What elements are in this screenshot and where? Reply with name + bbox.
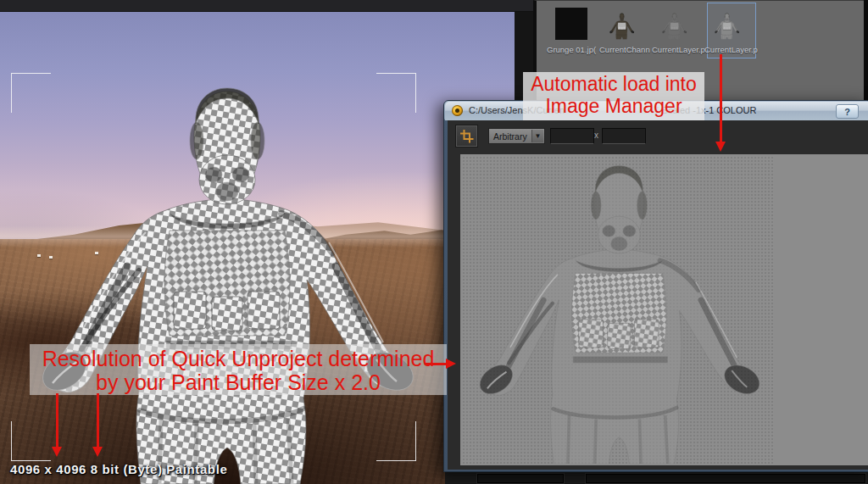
unprojected-image-canvas[interactable] <box>462 156 774 464</box>
arrow-to-image-canvas <box>720 54 722 147</box>
arrow-to-resolution-1 <box>56 393 58 453</box>
camera-frame-bracket <box>11 421 51 461</box>
help-button[interactable]: ? <box>836 104 859 119</box>
dimension-separator: x <box>594 131 598 140</box>
thumbnail-current-channel[interactable]: CurrentChann <box>598 3 651 58</box>
character-model[interactable] <box>0 12 515 484</box>
character-thumbnail-image <box>607 5 641 42</box>
annotation-line: Automatic load into <box>523 74 704 96</box>
shelf-slot <box>586 474 865 483</box>
annotation-line: by your Paint Buffer Size x 2.0 <box>30 370 447 394</box>
thumbnail-grunge[interactable]: Grunge 01.jp( <box>546 3 598 58</box>
lower-shelf <box>445 472 868 484</box>
annotation-line: Resolution of Quick Unproject determined <box>30 347 447 370</box>
shelf-slot <box>477 474 564 483</box>
thumbnail-current-layer-1[interactable]: CurrentLayer.p <box>651 3 704 58</box>
camera-frame-bracket <box>11 73 51 113</box>
window-icon <box>452 105 463 116</box>
arrow-to-resolution-2 <box>97 393 99 453</box>
top-menu-bar <box>0 0 537 12</box>
arrow-to-window <box>425 363 452 365</box>
image-viewer-window: C:/Users/JensK/Curren 1547 Scaled -1x-1 … <box>443 100 868 472</box>
unproject-thumbnail-image <box>712 5 746 42</box>
thumbnail-current-layer-2-selected[interactable]: CurrentLayer.p <box>704 3 756 58</box>
resolution-status-text: 4096 x 4096 8 bit (Byte) Paintable <box>10 462 227 476</box>
window-toolbar: Arbitrary ▼ x <box>448 120 868 153</box>
camera-frame-bracket <box>376 421 416 461</box>
height-input[interactable] <box>602 128 646 144</box>
panel-edge <box>864 0 868 103</box>
annotation-line: Image Manager <box>523 96 704 118</box>
unprojected-character <box>462 156 774 464</box>
window-client-area: Arbitrary ▼ x <box>448 120 868 470</box>
thumbnail-label: Grunge 01.jp( <box>547 45 596 54</box>
annotation-auto-load: Automatic load into Image Manager <box>523 72 704 120</box>
image-canvas-backdrop <box>460 154 868 465</box>
camera-frame-bracket <box>376 73 416 113</box>
width-input[interactable] <box>550 128 594 144</box>
chevron-down-icon: ▼ <box>531 130 543 142</box>
crop-button[interactable] <box>455 125 478 147</box>
grunge-thumbnail-image <box>554 5 588 42</box>
thumbnail-label: CurrentChann <box>599 45 650 54</box>
thumbnail-label: CurrentLayer.p <box>704 45 758 54</box>
crop-icon <box>460 130 474 143</box>
viewport-canvas[interactable] <box>0 12 515 484</box>
aspect-preset-dropdown[interactable]: Arbitrary ▼ <box>488 128 545 144</box>
thumbnail-label: CurrentLayer.p <box>652 45 705 54</box>
annotation-resolution: Resolution of Quick Unproject determined… <box>30 344 447 395</box>
preset-label: Arbitrary <box>489 131 531 142</box>
faint-thumbnail-image <box>659 5 693 42</box>
